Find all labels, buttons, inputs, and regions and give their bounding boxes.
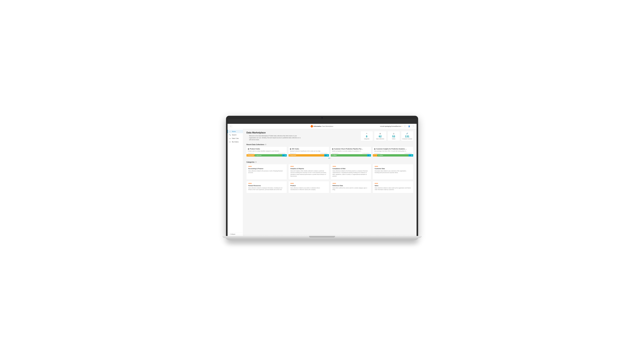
sidebar-item-home[interactable]: ⌂Home: [228, 130, 243, 133]
category-card[interactable]: Reference DataData which confirms the co…: [331, 181, 371, 193]
grid-icon: ▦: [374, 148, 376, 150]
category-description: Data and Analytics AI/ML Models collecte…: [290, 170, 327, 177]
collapse-label: Collapse: [230, 234, 235, 235]
card-title: ▦Product Codes: [248, 148, 286, 150]
card-description: Data packages Next Best Offer AI model w…: [374, 150, 412, 152]
brand-subtitle: Data Marketplace: [322, 126, 333, 127]
category-card[interactable]: Human ResourcesData collections related …: [246, 181, 287, 193]
nav-label: My Orders: [232, 141, 238, 143]
card-meta: REQUESTSCONSUMERS: [248, 153, 286, 154]
stat-icon: 👁: [362, 133, 372, 134]
chevron-left-icon: ‹: [229, 234, 230, 235]
brand: Informatica Data Marketplace: [311, 125, 333, 127]
category-title: Sales: [375, 185, 412, 186]
accent-bar: [290, 166, 294, 166]
recent-section-title: Recent Data Collections i: [246, 144, 413, 146]
consumers-label: CONSUMERS: [278, 153, 286, 154]
laptop-base: [226, 236, 418, 240]
requests-label: REQUESTS: [332, 153, 338, 154]
consumers-segment: 👤2: [367, 154, 371, 156]
recent-label: Recent Data Collections: [246, 144, 264, 146]
category-card[interactable]: Customer DataDescriptive data related to…: [373, 164, 413, 180]
stat-label: Categories: [362, 138, 372, 140]
info-icon[interactable]: i: [265, 144, 266, 145]
requests-label: REQUESTS: [374, 153, 380, 154]
org-selector[interactable]: mmodi-qastaging-fromselfservice ▾: [380, 126, 402, 127]
help-button[interactable]: ?: [412, 125, 415, 128]
carousel-dot[interactable]: [330, 158, 331, 158]
notifications-button[interactable]: ⚐: [404, 125, 406, 128]
stat-card[interactable]: ▦62Data Collections: [374, 131, 386, 141]
status-segment: 2 Fulfilled: [331, 154, 367, 156]
card-title: ▦Customer Insights for Predictive Analyt…: [374, 148, 412, 150]
status-segment: 1 Approved: [255, 154, 282, 156]
page-description: Welcome to the Data Marketplace! Publish…: [246, 135, 301, 141]
nav-icon: 🔍: [229, 134, 231, 136]
accent-bar: [248, 183, 252, 184]
accent-bar: [332, 166, 336, 166]
laptop-frame: ⠿ Informatica Data Marketplace mmodi-qas…: [226, 116, 418, 240]
category-description: Data collections related to employee inf…: [248, 187, 285, 191]
card-meta: REQUESTSCONSUMERS: [374, 153, 412, 154]
consumers-segment: 👤16: [324, 154, 329, 156]
recent-cards: ▦Product Codes Product code is a unique …: [246, 147, 413, 156]
stat-icon: ▥: [388, 133, 399, 134]
stat-card[interactable]: 👁8Categories: [361, 131, 373, 141]
main-content: Data Marketplace Welcome to the Data Mar…: [243, 129, 416, 236]
card-meta: REQUESTSCONSUMERS: [290, 153, 328, 154]
info-icon[interactable]: i: [255, 161, 257, 163]
carousel-dot[interactable]: [329, 158, 330, 158]
user-button[interactable]: 👤: [408, 125, 410, 128]
category-title: Accounting & Finance: [248, 168, 285, 169]
requests-label: REQUESTS: [290, 153, 296, 154]
grid-icon: ▦: [290, 148, 291, 150]
category-card[interactable]: SalesData collections related to sales m…: [373, 181, 413, 193]
card-description: Standard Industrial Classification (SIC)…: [290, 150, 328, 152]
stat-label: Orders: [388, 138, 399, 140]
stat-value: 8: [362, 135, 372, 138]
category-card[interactable]: ProductData collections related to any a…: [288, 181, 329, 193]
status-segment: 1: [375, 154, 377, 156]
card-title: ▦Customer Churn Prediction Pipeline Pac…: [332, 148, 370, 150]
data-collection-card[interactable]: ▦Customer Insights for Predictive Analyt…: [373, 147, 413, 156]
category-card[interactable]: Analytics & ReportsData and Analytics AI…: [288, 164, 329, 180]
status-segment: 1: [373, 154, 375, 156]
data-collection-card[interactable]: ▦Product Codes Product code is a unique …: [246, 147, 287, 156]
categories-label: Categories: [246, 161, 254, 163]
category-description: Data collections related to sales made b…: [375, 187, 412, 191]
stat-label: Data Collections: [375, 138, 386, 140]
stat-card[interactable]: 🔗131Consumer Accesses: [401, 131, 413, 141]
hero-text: Data Marketplace Welcome to the Data Mar…: [246, 131, 358, 141]
category-card[interactable]: Accounting & FinanceData collections rel…: [246, 164, 287, 180]
requests-label: REQUESTS: [248, 153, 254, 154]
person-icon: 👤: [409, 155, 410, 156]
accent-bar: [248, 166, 252, 166]
user-icon: 👤: [408, 126, 410, 127]
nav-label: Home: [232, 131, 236, 132]
collapse-button[interactable]: ‹ Collapse: [228, 232, 243, 236]
stat-value: 62: [375, 135, 386, 138]
accent-bar: [375, 166, 378, 166]
app-header: ⠿ Informatica Data Marketplace mmodi-qas…: [228, 124, 416, 129]
app-menu-button[interactable]: ⠿: [230, 125, 232, 128]
help-icon: ?: [413, 126, 414, 127]
category-description: Data which confirms the correct code for…: [332, 187, 369, 191]
sidebar-item-search[interactable]: 🔍Search: [228, 133, 243, 137]
stat-card[interactable]: ▥53Orders: [388, 131, 400, 141]
stat-value: 53: [388, 135, 399, 138]
category-title: Compliance & Risk: [332, 168, 369, 169]
card-description: Product code is a unique identifier assi…: [248, 150, 286, 152]
sidebar-item-data-i-use[interactable]: ☁Data I Use: [228, 137, 243, 140]
sidebar-item-my-orders[interactable]: ⊞My Orders: [228, 140, 243, 144]
grid-icon: ▦: [248, 148, 249, 150]
data-collection-card[interactable]: ▦Customer Churn Prediction Pipeline Pac……: [331, 147, 371, 156]
category-card[interactable]: Compliance & RiskData collections relate…: [331, 164, 371, 180]
consumers-segment: 👤15: [408, 154, 413, 156]
category-title: Customer Data: [375, 168, 412, 169]
status-segment: 1 Requested: [246, 154, 255, 156]
nav-icon: ⌂: [229, 131, 231, 132]
person-icon: 👤: [368, 155, 369, 156]
data-collection-card[interactable]: ▦SIC Codes Standard Industrial Classific…: [288, 147, 329, 156]
category-title: Reference Data: [332, 185, 369, 186]
brand-name: Informatica: [314, 126, 321, 127]
